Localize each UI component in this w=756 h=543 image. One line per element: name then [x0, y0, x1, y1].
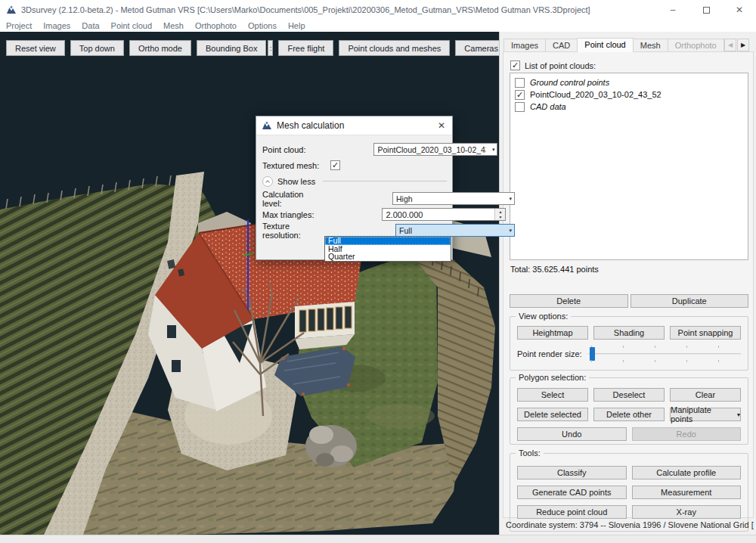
manipulate-points-button[interactable]: Manipulate points ▾	[670, 408, 741, 421]
coordinate-system-status: Coordinate system: 3794 -- Slovenia 1996…	[506, 520, 756, 529]
show-less-toggle[interactable]: Show less	[262, 175, 447, 188]
texture-resolution-combo[interactable]: Full ▾	[395, 224, 515, 237]
tab-mesh[interactable]: Mesh	[633, 39, 668, 52]
item-checkbox[interactable]: ✓	[515, 78, 525, 88]
tab-orthophoto[interactable]: Orthophoto	[668, 39, 724, 52]
xray-button[interactable]: X-ray	[632, 505, 742, 519]
calculation-level-label: Calculation level:	[262, 190, 324, 208]
duplicate-button[interactable]: Duplicate	[631, 294, 749, 308]
list-of-point-clouds-label: List of point clouds:	[525, 61, 596, 70]
undo-button[interactable]: Undo	[517, 427, 627, 441]
textured-mesh-checkbox[interactable]: ✓	[330, 160, 340, 170]
calculate-profile-button[interactable]: Calculate profile	[632, 466, 742, 479]
deselect-button[interactable]: Deselect	[593, 388, 665, 402]
heightmap-button[interactable]: Heightmap	[517, 326, 588, 340]
reduce-point-cloud-button[interactable]: Reduce point cloud	[517, 505, 627, 519]
textured-mesh-label: Textured mesh:	[262, 161, 319, 170]
delete-button[interactable]: Delete	[510, 294, 628, 308]
chevron-down-icon: ▾	[509, 196, 512, 202]
menu-help[interactable]: Help	[288, 21, 305, 30]
point-cloud-tab-page: ✓ List of point clouds: ✓ Ground control…	[503, 51, 754, 518]
chevron-down-icon: ▾	[509, 228, 512, 234]
scene-rock-pile	[305, 425, 357, 467]
menu-images[interactable]: Images	[43, 21, 70, 30]
item-label[interactable]: PointCloud_2020_03_10-02_43_52	[530, 90, 662, 99]
tab-point-cloud[interactable]: Point cloud	[577, 38, 633, 52]
minimize-button[interactable]: –	[656, 0, 689, 20]
maximize-icon	[703, 7, 710, 14]
viewport-column: Reset view Top down Ortho mode Bounding …	[0, 32, 499, 535]
polygon-selection-group: Polygon selection: Select Deselect Clear…	[510, 377, 748, 445]
dropdown-option-full[interactable]: Full	[325, 237, 451, 245]
view-options-label: View options:	[516, 312, 571, 321]
show-less-label: Show less	[277, 177, 315, 186]
bounding-box-split-handle[interactable]: :	[268, 40, 273, 56]
redo-button[interactable]: Redo	[632, 427, 742, 441]
item-checkbox[interactable]: ✓	[515, 102, 525, 112]
calculation-level-value: High	[396, 194, 413, 203]
slider-ticks	[591, 360, 739, 362]
classify-button[interactable]: Classify	[517, 466, 627, 479]
max-triangles-label: Max triangles:	[262, 210, 314, 219]
spinner-buttons[interactable]: ▲ ▼	[494, 209, 505, 220]
free-flight-button[interactable]: Free flight	[278, 40, 333, 56]
clear-button[interactable]: Clear	[670, 388, 741, 402]
view-options-group: View options: Heightmap Shading Point sn…	[510, 316, 748, 371]
menu-orthophoto[interactable]: Orthophoto	[195, 21, 237, 30]
shading-button[interactable]: Shading	[593, 326, 665, 340]
max-triangles-value: 2.000.000	[386, 210, 423, 219]
item-label[interactable]: CAD data	[530, 102, 566, 111]
tab-images[interactable]: Images	[503, 39, 546, 52]
reset-view-button[interactable]: Reset view	[6, 40, 65, 56]
menu-project[interactable]: Project	[6, 21, 32, 30]
maximize-button[interactable]	[689, 0, 723, 20]
spin-up-icon[interactable]: ▲	[495, 209, 505, 215]
list-item: ✓ PointCloud_2020_03_10-02_43_52	[515, 88, 743, 101]
dialog-close-icon[interactable]: ✕	[438, 120, 445, 131]
menu-point-cloud[interactable]: Point cloud	[111, 21, 152, 30]
tab-scroll-right-icon[interactable]: ▶	[737, 39, 749, 51]
title-bar: 3Dsurvey (2.12.0-beta.2) - Metod Gutman …	[0, 0, 756, 20]
max-triangles-spinner[interactable]: 2.000.000 ▲ ▼	[382, 208, 506, 221]
panel-tabs: Images CAD Point cloud Mesh Orthophoto P…	[503, 38, 730, 52]
separator-line	[323, 181, 447, 182]
list-of-point-clouds-checkbox[interactable]: ✓	[510, 61, 520, 70]
texture-resolution-value: Full	[399, 226, 412, 235]
calculation-level-combo[interactable]: High ▾	[392, 192, 515, 205]
point-clouds-and-meshes-button[interactable]: Point clouds and meshes	[339, 40, 450, 56]
dialog-title-bar: Mesh calculation ✕	[256, 116, 452, 135]
tab-cad[interactable]: CAD	[545, 39, 578, 52]
menu-mesh[interactable]: Mesh	[163, 21, 184, 30]
menu-options[interactable]: Options	[248, 21, 277, 30]
measurement-button[interactable]: Measurement	[632, 486, 742, 499]
slider-handle[interactable]	[590, 347, 595, 361]
app-logo-icon	[6, 5, 17, 14]
mesh-calculation-dialog: Mesh calculation ✕ Point cloud: PointClo…	[256, 116, 453, 260]
point-snapping-button[interactable]: Point snapping	[670, 326, 741, 340]
list-item: ✓ Ground control points	[515, 76, 743, 88]
point-cloud-combo[interactable]: PointCloud_2020_03_10-02_43_52 ▾	[373, 143, 497, 156]
manipulate-points-label: Manipulate points	[671, 405, 733, 424]
total-points-label: Total: 35.625.441 points	[510, 265, 599, 274]
point-render-size-slider[interactable]	[588, 346, 741, 362]
item-label[interactable]: Ground control points	[530, 78, 609, 87]
generate-cad-points-button[interactable]: Generate CAD points	[517, 486, 627, 499]
spin-down-icon[interactable]: ▼	[495, 215, 505, 221]
delete-other-button[interactable]: Delete other	[593, 408, 665, 421]
app-logo-icon	[262, 121, 272, 130]
point-cloud-list[interactable]: ✓ Ground control points ✓ PointCloud_202…	[510, 73, 748, 260]
slider-ticks	[591, 346, 739, 348]
delete-selected-button[interactable]: Delete selected	[517, 408, 588, 421]
ortho-mode-button[interactable]: Ortho mode	[129, 40, 191, 56]
close-button[interactable]: ✕	[723, 0, 756, 20]
select-button[interactable]: Select	[517, 388, 588, 402]
top-down-button[interactable]: Top down	[70, 40, 124, 56]
point-cloud-label: Point cloud:	[262, 145, 305, 154]
menu-data[interactable]: Data	[82, 21, 99, 30]
item-checkbox[interactable]: ✓	[515, 90, 525, 100]
dropdown-option-quarter[interactable]: Quarter	[325, 253, 451, 261]
slider-track[interactable]	[588, 353, 741, 355]
texture-resolution-dropdown: Full Half Quarter	[324, 236, 451, 262]
tab-scroll-left-icon[interactable]: ◀	[724, 39, 736, 51]
bounding-box-button[interactable]: Bounding Box	[197, 40, 267, 56]
